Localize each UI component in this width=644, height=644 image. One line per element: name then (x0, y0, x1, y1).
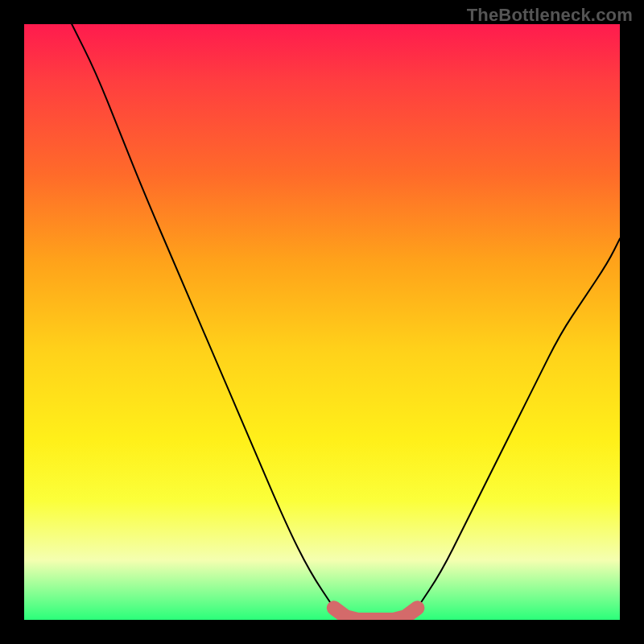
plot-area (24, 24, 620, 620)
valley-band (334, 608, 418, 620)
chart-svg (24, 24, 620, 620)
left-curve (72, 24, 334, 608)
right-curve (417, 238, 620, 608)
chart-frame: TheBottleneck.com (0, 0, 644, 644)
watermark-label: TheBottleneck.com (467, 5, 633, 26)
